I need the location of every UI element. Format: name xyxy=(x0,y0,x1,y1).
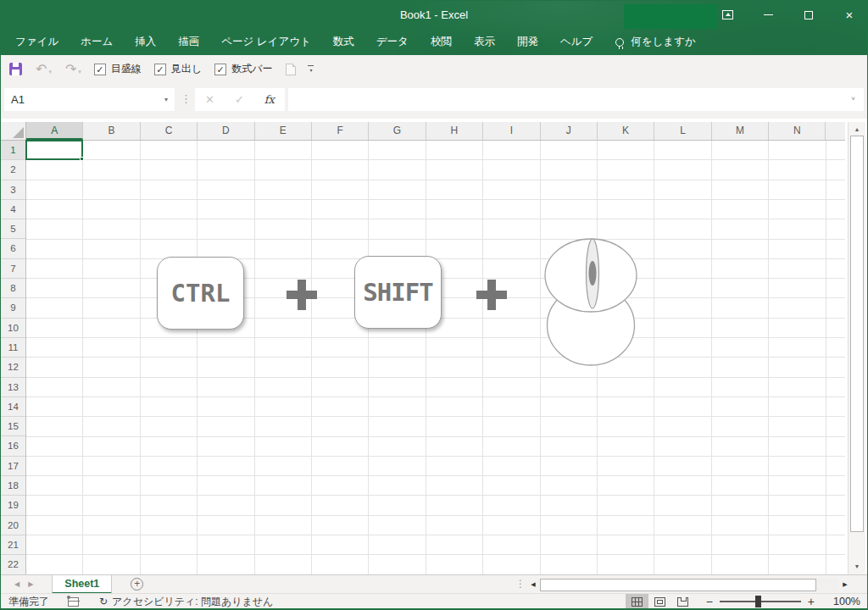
undo-button[interactable]: ↶▾ xyxy=(36,61,52,77)
column-header-F[interactable]: F xyxy=(312,122,369,140)
prev-sheet-arrow-icon[interactable]: ◀ xyxy=(14,580,19,588)
selected-cell-a1[interactable] xyxy=(25,140,83,160)
scroll-right-arrow[interactable]: ▶ xyxy=(838,581,852,588)
name-box[interactable]: A1 ▾ xyxy=(4,88,175,111)
ribbon-tab-7[interactable]: 校閲 xyxy=(420,29,463,55)
column-header-G[interactable]: G xyxy=(369,122,426,140)
qat-toggle-2[interactable]: ✓数式バー xyxy=(214,62,272,76)
row-header-20[interactable]: 20 xyxy=(1,516,25,535)
row-header-22[interactable]: 22 xyxy=(1,555,25,574)
page-layout-view-button[interactable] xyxy=(648,594,671,609)
zoom-in-button[interactable]: + xyxy=(808,595,815,608)
account-name-block[interactable] xyxy=(624,4,717,29)
row-header-8[interactable]: 8 xyxy=(1,279,25,298)
ribbon-tab-2[interactable]: 挿入 xyxy=(124,29,167,55)
zoom-level[interactable]: 100% xyxy=(825,596,860,607)
column-header-partial[interactable] xyxy=(826,122,845,140)
accessibility-status[interactable]: ↻ アクセシビリティ: 問題ありません xyxy=(99,595,273,609)
ribbon-tab-9[interactable]: 開発 xyxy=(506,29,549,55)
normal-view-button[interactable] xyxy=(626,594,648,609)
horizontal-scrollbar-track[interactable] xyxy=(816,579,838,591)
ribbon-display-options-button[interactable] xyxy=(708,1,747,29)
zoom-slider[interactable] xyxy=(720,596,801,607)
zoom-out-button[interactable]: − xyxy=(706,595,713,608)
column-header-B[interactable]: B xyxy=(83,122,140,140)
ribbon-tab-0[interactable]: ファイル xyxy=(4,29,70,55)
redo-button[interactable]: ↷▾ xyxy=(65,61,81,77)
row-header-18[interactable]: 18 xyxy=(1,476,25,496)
customize-qat-button[interactable]: ▾ xyxy=(308,65,314,73)
column-header-A[interactable]: A xyxy=(26,122,83,140)
horizontal-scrollbar-thumb[interactable] xyxy=(540,579,816,591)
column-header-N[interactable]: N xyxy=(769,122,826,140)
row-header-7[interactable]: 7 xyxy=(1,259,25,279)
column-header-K[interactable]: K xyxy=(598,122,654,140)
scroll-down-arrow[interactable]: ▼ xyxy=(849,559,865,573)
ribbon-tab-6[interactable]: データ xyxy=(365,29,420,55)
row-header-12[interactable]: 12 xyxy=(1,358,25,377)
scroll-up-arrow[interactable]: ▲ xyxy=(849,122,865,136)
close-button[interactable]: × xyxy=(830,1,868,29)
column-header-I[interactable]: I xyxy=(483,122,540,140)
checkbox-icon[interactable]: ✓ xyxy=(94,64,106,75)
column-header-H[interactable]: H xyxy=(426,122,483,140)
row-header-5[interactable]: 5 xyxy=(1,219,25,239)
cells-area[interactable] xyxy=(26,141,845,574)
formula-input[interactable]: ˅ xyxy=(288,88,864,111)
fill-handle[interactable] xyxy=(80,157,84,161)
row-header-15[interactable]: 15 xyxy=(1,417,25,436)
row-header-3[interactable]: 3 xyxy=(1,180,25,200)
row-header-6[interactable]: 6 xyxy=(1,239,25,258)
next-sheet-arrow-icon[interactable]: ▶ xyxy=(28,580,33,588)
row-header-16[interactable]: 16 xyxy=(1,436,25,456)
tell-me-search[interactable]: 何をしますか xyxy=(615,35,695,49)
column-header-L[interactable]: L xyxy=(654,122,711,140)
maximize-button[interactable] xyxy=(789,1,828,29)
sheet-tab-sheet1[interactable]: Sheet1 xyxy=(52,575,112,594)
mouse-with-scroll-wheel-shape[interactable] xyxy=(543,236,638,369)
ribbon-tab-1[interactable]: ホーム xyxy=(70,29,124,55)
column-header-C[interactable]: C xyxy=(141,122,198,140)
insert-function-icon[interactable]: fx xyxy=(264,93,275,106)
ribbon-tab-5[interactable]: 数式 xyxy=(322,29,365,55)
row-header-13[interactable]: 13 xyxy=(1,378,25,397)
page-break-view-button[interactable] xyxy=(671,594,694,609)
scroll-left-arrow[interactable]: ◀ xyxy=(526,581,540,588)
save-button[interactable] xyxy=(9,63,22,75)
enter-icon[interactable]: ✓ xyxy=(235,93,244,106)
row-header-4[interactable]: 4 xyxy=(1,200,25,219)
checkbox-icon[interactable]: ✓ xyxy=(154,64,166,75)
horizontal-scrollbar[interactable]: ◀ ▶ xyxy=(526,577,852,592)
ribbon-tab-3[interactable]: 描画 xyxy=(167,29,210,55)
plus-sign-shape[interactable] xyxy=(287,280,317,310)
minimize-button[interactable] xyxy=(748,1,787,29)
formula-bar-expand-icon[interactable]: ˅ xyxy=(851,95,855,103)
row-header-2[interactable]: 2 xyxy=(1,160,25,180)
ribbon-tab-8[interactable]: 表示 xyxy=(463,29,506,55)
row-header-19[interactable]: 19 xyxy=(1,496,25,515)
macro-record-icon[interactable] xyxy=(68,597,79,607)
name-box-dropdown-icon[interactable]: ▾ xyxy=(164,96,168,103)
column-header-E[interactable]: E xyxy=(255,122,312,140)
qat-toggle-0[interactable]: ✓目盛線 xyxy=(94,62,142,76)
vertical-scrollbar[interactable]: ▲ ▼ xyxy=(848,122,865,574)
plus-sign-shape[interactable] xyxy=(476,280,507,310)
checkbox-icon[interactable]: ✓ xyxy=(214,64,226,75)
select-all-corner[interactable] xyxy=(1,122,26,141)
row-header-9[interactable]: 9 xyxy=(1,298,25,318)
undo-dropdown-icon[interactable]: ▾ xyxy=(48,69,52,75)
row-header-14[interactable]: 14 xyxy=(1,397,25,417)
zoom-slider-thumb[interactable] xyxy=(755,596,761,607)
column-header-D[interactable]: D xyxy=(198,122,254,140)
ctrl-key-shape[interactable]: CTRL xyxy=(157,257,244,330)
row-header-10[interactable]: 10 xyxy=(1,319,25,338)
name-box-value[interactable]: A1 xyxy=(11,93,164,106)
shift-key-shape[interactable]: SHIFT xyxy=(354,256,442,329)
row-header-1[interactable]: 1 xyxy=(1,141,25,160)
ribbon-tab-4[interactable]: ページ レイアウト xyxy=(210,29,322,55)
column-header-M[interactable]: M xyxy=(712,122,769,140)
row-header-21[interactable]: 21 xyxy=(1,535,25,555)
column-header-J[interactable]: J xyxy=(541,122,598,140)
row-header-11[interactable]: 11 xyxy=(1,338,25,358)
cancel-icon[interactable]: ✕ xyxy=(205,93,214,106)
